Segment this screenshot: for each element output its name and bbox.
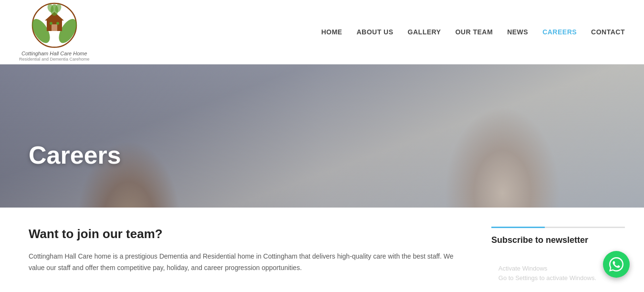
main-content-section: Want to join our team? Cottingham Hall C… <box>0 208 644 283</box>
nav-item-careers[interactable]: CAREERS <box>542 26 577 38</box>
svg-point-7 <box>56 22 59 25</box>
nav-item-gallery[interactable]: GALLERY <box>408 26 441 38</box>
logo-icon <box>31 1 78 49</box>
main-heading: Want to join our team? <box>29 227 463 241</box>
whatsapp-icon <box>609 257 623 271</box>
nav-item-home[interactable]: HOME <box>321 26 342 38</box>
nav-item-contact[interactable]: CONTACT <box>591 26 625 38</box>
nav-item-team[interactable]: OUR TEAM <box>455 26 493 38</box>
main-nav: HOME ABOUT US GALLERY OUR TEAM NEWS CARE… <box>321 26 625 38</box>
nav-item-news[interactable]: NEWS <box>507 26 528 38</box>
logo-subtitle: Residential and Dementia Carehome <box>19 57 90 63</box>
nav-item-about[interactable]: ABOUT US <box>356 26 393 38</box>
main-body-text: Cottingham Hall Care home is a prestigio… <box>29 251 463 274</box>
logo-name: Cottingham Hall Care Home <box>19 50 90 57</box>
main-content-area: Want to join our team? Cottingham Hall C… <box>29 227 463 274</box>
hero-overlay <box>0 64 644 208</box>
hero-banner: Careers <box>0 64 644 208</box>
subscribe-heading: Subscribe to newsletter <box>491 235 625 245</box>
whatsapp-button[interactable] <box>603 251 630 278</box>
hero-title: Careers <box>29 141 121 169</box>
svg-rect-5 <box>52 24 57 31</box>
svg-point-6 <box>50 22 52 25</box>
logo[interactable]: Cottingham Hall Care Home Residential an… <box>19 1 90 63</box>
site-header: Cottingham Hall Care Home Residential an… <box>0 0 644 64</box>
sidebar-divider <box>491 227 625 228</box>
